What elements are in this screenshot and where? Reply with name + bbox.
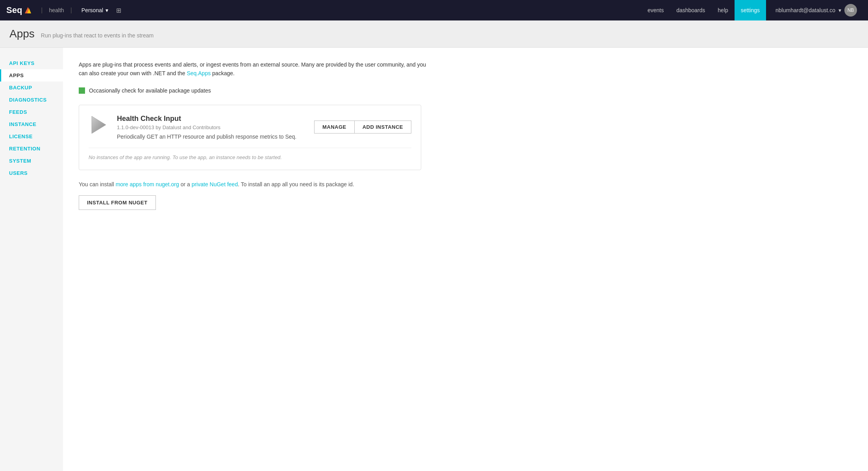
checkbox-label: Occasionally check for available package… — [89, 87, 211, 94]
app-card-health-check: Health Check Input 1.1.0-dev-00013 by Da… — [79, 105, 421, 170]
install-text-1: You can install — [79, 181, 116, 187]
sidebar-item-api-keys[interactable]: API KEYS — [0, 57, 63, 69]
workspace-label: Personal — [81, 7, 103, 13]
nav-links: events dashboards help settings — [641, 0, 766, 20]
sidebar-item-system[interactable]: SYSTEM — [0, 155, 63, 167]
content-area: Apps are plug-ins that process events an… — [63, 48, 868, 471]
sidebar-item-retention[interactable]: RETENTION — [0, 143, 63, 155]
install-text-3: . To install an app all you need is its … — [238, 181, 354, 187]
nav-events[interactable]: events — [641, 0, 670, 20]
app-description: Periodically GET an HTTP resource and pu… — [117, 134, 306, 140]
workspace-chevron: ▾ — [105, 7, 108, 13]
app-info: Health Check Input 1.1.0-dev-00013 by Da… — [117, 115, 306, 140]
app-actions: MANAGE ADD INSTANCE — [314, 121, 411, 134]
install-from-nuget-button[interactable]: INSTALL FROM NUGET — [79, 195, 156, 210]
manage-button[interactable]: MANAGE — [314, 121, 354, 134]
sidebar-item-license[interactable]: LICENSE — [0, 130, 63, 143]
page-title: Apps — [9, 28, 35, 40]
health-link[interactable]: health — [49, 7, 64, 13]
sidebar-item-users[interactable]: USERS — [0, 167, 63, 179]
no-instances-text: No instances of the app are running. To … — [89, 154, 282, 160]
app-icon — [89, 115, 109, 135]
app-card-header: Health Check Input 1.1.0-dev-00013 by Da… — [89, 115, 411, 140]
svg-marker-3 — [92, 116, 106, 134]
sidebar-item-feeds[interactable]: FEEDS — [0, 106, 63, 118]
user-menu[interactable]: nblumhardt@datalust.co ▾ NB — [771, 2, 862, 18]
user-chevron: ▾ — [838, 7, 841, 13]
user-label: nblumhardt@datalust.co — [775, 7, 835, 13]
private-feed-link[interactable]: private NuGet feed — [192, 181, 238, 187]
nav-divider: | — [41, 7, 43, 14]
topnav: Seq | health | Personal ▾ ⊞ events dashb… — [0, 0, 868, 20]
avatar: NB — [844, 4, 857, 17]
add-instance-button[interactable]: ADD INSTANCE — [354, 121, 411, 134]
workspace-selector[interactable]: Personal ▾ — [78, 6, 111, 15]
nav-divider-2: | — [70, 7, 72, 14]
sidebar-item-diagnostics[interactable]: DIAGNOSTICS — [0, 94, 63, 106]
app-name: Health Check Input — [117, 115, 306, 123]
sidebar: API KEYS APPS BACKUP DIAGNOSTICS FEEDS I… — [0, 48, 63, 471]
play-triangle-icon — [91, 115, 107, 134]
checkbox-row: Occasionally check for available package… — [79, 87, 852, 94]
checkbox-updates[interactable] — [79, 87, 85, 94]
page-header: Apps Run plug-ins that react to events i… — [0, 20, 868, 48]
install-text-paragraph: You can install more apps from nuget.org… — [79, 181, 421, 187]
seq-apps-link[interactable]: Seq.Apps — [187, 70, 211, 76]
app-version: 1.1.0-dev-00013 by Datalust and Contribu… — [117, 124, 306, 130]
nav-help[interactable]: help — [711, 0, 734, 20]
nav-dashboards[interactable]: dashboards — [670, 0, 711, 20]
logo-flame-icon — [24, 7, 31, 14]
intro-paragraph: Apps are plug-ins that process events an… — [79, 60, 433, 78]
nuget-link[interactable]: more apps from nuget.org — [116, 181, 179, 187]
sidebar-item-instance[interactable]: INSTANCE — [0, 118, 63, 130]
pin-icon[interactable]: ⊞ — [116, 7, 121, 14]
main-layout: API KEYS APPS BACKUP DIAGNOSTICS FEEDS I… — [0, 48, 868, 471]
sidebar-item-backup[interactable]: BACKUP — [0, 82, 63, 94]
install-text-2: or a — [179, 181, 192, 187]
logo[interactable]: Seq — [6, 5, 31, 15]
logo-text: Seq — [6, 5, 22, 15]
app-card-footer: No instances of the app are running. To … — [89, 148, 411, 160]
intro-text-2: package. — [211, 70, 235, 76]
intro-text-1: Apps are plug-ins that process events an… — [79, 61, 426, 76]
page-subtitle: Run plug-ins that react to events in the… — [41, 32, 154, 39]
sidebar-item-apps[interactable]: APPS — [0, 69, 63, 82]
nav-settings[interactable]: settings — [735, 0, 766, 20]
